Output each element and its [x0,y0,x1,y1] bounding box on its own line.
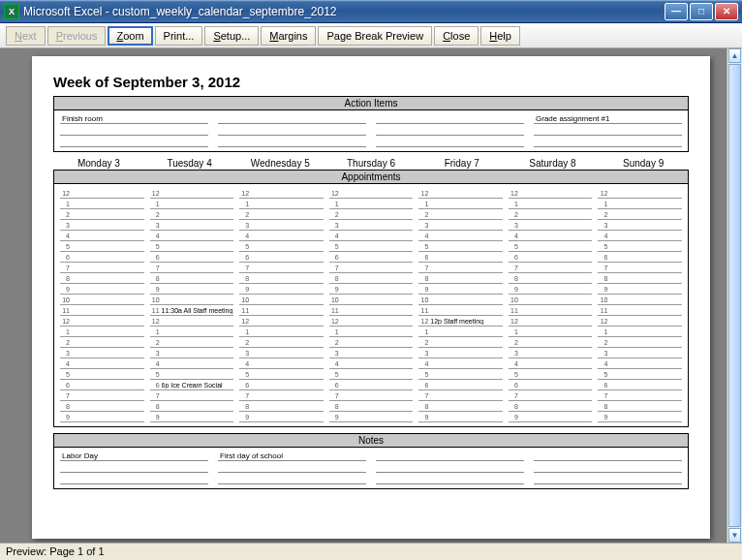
close-button[interactable]: Close [434,26,479,46]
hour-label: 2 [598,339,609,346]
hour-label: 9 [598,286,609,293]
hour-label: 5 [150,243,162,250]
hour-label: 9 [509,286,520,293]
appointment-slot: 3 [239,348,324,358]
window-controls: — □ ✕ [665,3,738,20]
appointment-slot: 3 [509,220,593,231]
appointment-slot: 1 [150,199,234,209]
hour-label: 11 [509,307,520,314]
appointment-slot: 5 [60,241,144,252]
appointment-slot: 2 [150,337,234,348]
hour-label: 5 [509,243,520,250]
hour-label: 1 [60,201,72,207]
hour-label: 6 [598,254,609,261]
hour-label: 3 [239,222,251,229]
appointment-slot: 5 [598,241,682,252]
appointment-slot: 12 [598,188,682,199]
hour-label: 7 [60,392,72,399]
hour-label: 6 [239,254,251,261]
appointment-slot: 3 [150,220,234,231]
hour-label: 9 [150,414,162,420]
appointment-slot: 10 [150,295,234,305]
appointment-slot: 8 [509,273,593,284]
window-title: Microsoft Excel - custom_weekly_calendar… [23,5,665,18]
action-item-line [376,126,524,136]
appointment-day-column: 12123456789101112123456789 [60,188,144,422]
hour-label: 6 [329,254,341,261]
appointment-slot: 5 [239,241,324,252]
day-header: Wednesday 5 [234,158,325,169]
appointment-text: 12p Staff meeting [430,318,503,325]
scroll-up-arrow[interactable]: ▲ [728,48,741,63]
hour-label: 7 [418,264,430,271]
appointment-slot: 12 [60,316,144,327]
appointment-slot: 8 [418,401,503,412]
page-preview[interactable]: Week of September 3, 2012 Action Items F… [32,56,710,539]
hour-label: 11 [60,307,72,314]
hour-label: 8 [150,403,162,410]
hour-label: 8 [418,275,430,282]
page-title: Week of September 3, 2012 [53,74,689,90]
appointment-slot: 5 [418,369,503,380]
hour-label: 3 [598,222,609,229]
help-button[interactable]: Help [480,26,520,46]
vertical-scrollbar[interactable]: ▲ ▼ [727,48,742,543]
print-button[interactable]: Print... [155,26,203,46]
hour-label: 10 [150,296,162,303]
appointment-slot: 2 [150,209,234,220]
appointment-slot: 9 [598,412,682,422]
appointments-header: Appointments [54,171,688,184]
appointment-slot: 8 [418,273,503,284]
hour-label: 4 [598,233,609,239]
appointment-slot: 5 [150,241,234,252]
zoom-button[interactable]: Zoom [108,26,152,46]
hour-label: 4 [329,233,341,239]
hour-label: 7 [329,264,341,271]
appointment-slot: 3 [418,220,503,231]
hour-label: 3 [598,350,609,357]
action-item-line [534,138,682,147]
page-break-preview-button[interactable]: Page Break Preview [318,26,432,46]
hour-label: 8 [239,403,251,410]
appointment-slot: 1 [509,199,593,209]
appointment-slot: 5 [509,369,593,380]
minimize-button[interactable]: — [665,3,688,20]
hour-label: 1 [509,201,520,207]
hour-label: 6 [509,382,520,389]
margins-button[interactable]: Margins [261,26,316,46]
appointment-day-column: 12123456789101112123456789 [598,188,682,422]
hour-label: 12 [329,318,341,325]
hour-label: 12 [329,190,341,197]
appointments-body: 1212345678910111212345678912123456789101… [54,184,688,426]
appointment-slot: 7 [509,390,593,401]
action-items-header: Action Items [54,97,688,110]
note-line [376,463,524,473]
maximize-button[interactable]: □ [690,3,713,20]
setup-button[interactable]: Setup... [204,26,259,46]
hour-label: 6 [150,382,162,389]
appointment-slot: 8 [60,273,144,284]
hour-label: 9 [239,286,251,293]
scroll-down-arrow[interactable]: ▼ [728,528,741,543]
hour-label: 8 [509,403,520,410]
hour-label: 2 [239,339,251,346]
status-text: Preview: Page 1 of 1 [6,545,105,557]
hour-label: 8 [239,275,251,282]
hour-label: 7 [509,264,520,271]
hour-label: 4 [418,360,430,367]
close-window-button[interactable]: ✕ [715,3,738,20]
hour-label: 9 [150,286,162,293]
hour-label: 9 [329,414,341,420]
appointment-text: 11:30a All Staff meeting [162,307,234,314]
note-line [218,463,366,473]
appointment-slot: 11 [239,305,324,316]
hour-label: 8 [329,275,341,282]
appointment-slot: 2 [239,209,324,220]
note-line [534,451,682,461]
hour-label: 2 [60,211,72,218]
scroll-thumb[interactable] [728,64,741,527]
note-line [60,463,208,473]
appointment-slot: 2 [598,337,682,348]
action-item-line [376,114,524,124]
hour-label: 3 [60,350,72,357]
